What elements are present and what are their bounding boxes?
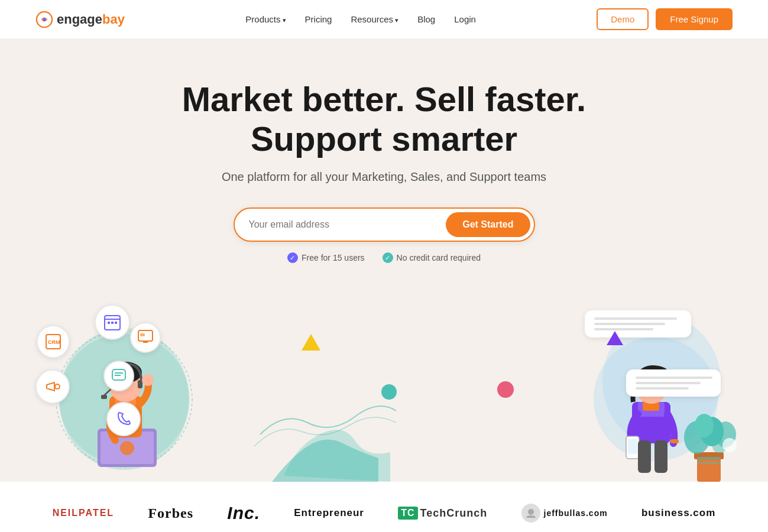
nav-pricing[interactable]: Pricing [305,14,332,24]
svg-rect-31 [140,333,145,336]
logo-techcrunch: TC TechCrunch [398,507,487,520]
speech-line [594,317,677,320]
logo-entrepreneur: Entrepreneur [294,507,364,519]
badge-free-users: ✓ Free for 15 users [287,252,365,263]
svg-point-52 [528,509,534,515]
speech-line [636,382,701,384]
svg-point-1 [43,18,46,21]
logo-text: engagebay [57,12,125,27]
logo-forbes: Forbes [148,505,193,521]
left-character [47,304,213,482]
nav-buttons: Demo Free Signup [597,8,733,30]
svg-point-51 [722,438,737,452]
jeffbullas-avatar [521,504,540,523]
svg-rect-12 [138,380,142,388]
hero-headline: Market better. Sell faster. Support smar… [35,80,733,158]
logo[interactable]: engagebay [35,11,125,28]
nav-login[interactable]: Login [454,14,476,24]
float-icon-phone [106,402,141,436]
float-icon-chat [103,361,134,391]
speech-bubble-2 [626,369,721,397]
float-icon-megaphone [35,369,70,404]
float-icon-monitor [130,322,161,353]
speech-line [594,323,665,325]
svg-rect-19 [111,322,114,324]
logos-bar: NEILPATEL Forbes Inc. Entrepreneur TC Te… [0,482,768,532]
nav-products[interactable]: Products [245,14,286,24]
business-bold: business [641,507,690,518]
plant-decoration [679,399,738,482]
svg-rect-38 [628,439,637,454]
svg-rect-39 [670,439,679,443]
techcrunch-text: TechCrunch [420,507,488,520]
demo-button[interactable]: Demo [597,8,649,30]
feature-badges: ✓ Free for 15 users ✓ No credit card req… [35,252,733,263]
check-icon-2: ✓ [383,252,393,263]
nav-links: Products Pricing Resources Blog Login [245,14,476,24]
email-signup-form: Get Started [234,207,535,242]
svg-rect-20 [115,322,117,324]
svg-rect-44 [697,457,721,459]
speech-bubble-1 [585,310,691,338]
nav-resources[interactable]: Resources [351,14,398,24]
nav-blog[interactable]: Blog [417,14,435,24]
float-icon-crm: CRM [37,325,70,358]
hero-subheadline: One platform for all your Marketing, Sal… [35,170,733,184]
svg-point-6 [120,441,134,455]
logo-business: business.com [641,507,715,519]
float-icon-calendar [95,304,130,340]
circle-pink [497,381,514,398]
svg-rect-14 [101,395,107,399]
tc-badge: TC [398,507,417,520]
email-input[interactable] [249,219,446,230]
speech-line [636,377,712,379]
svg-rect-45 [697,462,721,464]
center-illustration [248,340,402,482]
svg-rect-18 [108,322,110,324]
svg-rect-40 [638,440,651,473]
svg-point-15 [142,374,154,386]
triangle-purple [607,331,623,345]
logo-neilpatel: NEILPATEL [53,508,115,518]
free-signup-button[interactable]: Free Signup [656,8,733,30]
speech-line [636,387,689,390]
svg-text:CRM: CRM [48,339,60,345]
svg-rect-41 [654,440,667,473]
get-started-button[interactable]: Get Started [446,212,530,237]
speech-line [594,328,653,330]
illustration-area: CRM [0,293,768,482]
svg-point-26 [55,384,60,389]
svg-point-49 [695,414,714,437]
logo-jeffbullas: jeffbullas.com [521,504,608,523]
badge-no-card: ✓ No credit card required [383,252,481,263]
navbar: engagebay Products Pricing Resources Blo… [0,0,768,38]
logo-inc: Inc. [227,503,260,523]
check-icon-1: ✓ [287,252,298,263]
hero-section: Market better. Sell faster. Support smar… [0,38,768,482]
